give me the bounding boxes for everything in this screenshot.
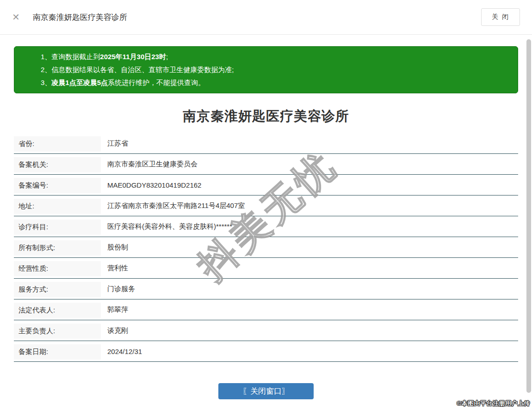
notice-line-1-text: 1、查询数据截止到 bbox=[41, 53, 100, 61]
table-row: 服务方式: 门诊服务 bbox=[14, 279, 518, 299]
row-label-service-mode: 服务方式: bbox=[14, 279, 101, 299]
row-label-treatment-subjects: 诊疗科目: bbox=[14, 216, 101, 237]
row-value-service-mode: 门诊服务 bbox=[101, 279, 518, 299]
header-close-button[interactable]: 关 闭 bbox=[481, 8, 520, 26]
row-label-main-responsible-person: 主要负责人: bbox=[14, 320, 101, 341]
notice-line-2: 2、信息数据结果以各省、自治区、直辖市卫生健康委数据为准; bbox=[41, 63, 508, 76]
table-row: 法定代表人: 郭翠萍 bbox=[14, 299, 518, 320]
clinic-title: 南京秦淮妍匙医疗美容诊所 bbox=[0, 107, 532, 126]
vertical-scrollbar[interactable] bbox=[526, 39, 531, 393]
notice-box: 1、查询数据截止到2025年11月30日23时; 2、信息数据结果以各省、自治区… bbox=[14, 46, 518, 93]
row-label-province: 省份: bbox=[14, 133, 101, 153]
notice-line-2-text: 2、信息数据结果以各省、自治区、直辖市卫生健康委数据为准; bbox=[41, 66, 234, 73]
row-label-legal-representative: 法定代表人: bbox=[14, 299, 101, 320]
row-value-filing-authority: 南京市秦淮区卫生健康委员会 bbox=[101, 154, 518, 174]
table-row: 备案编号: MAE0DGDY832010419D2162 bbox=[14, 175, 518, 195]
notice-line-1-tail: ; bbox=[166, 53, 168, 61]
row-label-filing-date: 备案日期: bbox=[14, 341, 101, 361]
footer-bar: 〖关闭窗口〗 bbox=[0, 383, 532, 399]
window-title: 南京秦淮妍匙医疗美容诊所 bbox=[33, 12, 127, 23]
row-value-address: 江苏省南京市秦淮区太平南路211号4层407室 bbox=[101, 195, 518, 216]
row-value-province: 江苏省 bbox=[101, 133, 518, 153]
row-label-ownership-form: 所有制形式: bbox=[14, 237, 101, 257]
table-row: 备案机关: 南京市秦淮区卫生健康委员会 bbox=[14, 154, 518, 175]
row-label-filing-authority: 备案机关: bbox=[14, 154, 101, 174]
table-row: 经营性质: 营利性 bbox=[14, 258, 518, 279]
row-value-filing-number: MAE0DGDY832010419D2162 bbox=[101, 175, 518, 195]
notice-line-3-bold: 凌晨1点至凌晨5点 bbox=[51, 79, 108, 86]
table-row: 主要负责人: 谈克刚 bbox=[14, 320, 518, 341]
row-value-main-responsible-person: 谈克刚 bbox=[101, 320, 518, 341]
row-label-address: 地址: bbox=[14, 195, 101, 216]
notice-line-1: 1、查询数据截止到2025年11月30日23时; bbox=[41, 50, 508, 63]
window-header: ✕ 南京秦淮妍匙医疗美容诊所 关 闭 bbox=[0, 0, 532, 35]
notice-line-3: 3、凌晨1点至凌晨5点系统进行维护，不能提供查询。 bbox=[41, 76, 508, 89]
row-value-treatment-subjects: 医疗美容科(美容外科、美容皮肤科)****** bbox=[101, 216, 518, 237]
row-label-filing-number: 备案编号: bbox=[14, 175, 101, 195]
table-row: 备案日期: 2024/12/31 bbox=[14, 341, 518, 362]
close-window-button[interactable]: 〖关闭窗口〗 bbox=[218, 383, 314, 399]
row-value-legal-representative: 郭翠萍 bbox=[101, 299, 518, 320]
notice-line-3-text: 3、 bbox=[41, 79, 51, 86]
notice-line-1-bold: 2025年11月30日23时 bbox=[100, 53, 166, 61]
row-value-ownership-form: 股份制 bbox=[101, 237, 518, 257]
notice-line-3-tail: 系统进行维护，不能提供查询。 bbox=[108, 79, 205, 86]
table-row: 所有制形式: 股份制 bbox=[14, 237, 518, 258]
upload-credit-watermark: ©本图由平台注册用户上传 bbox=[457, 399, 530, 408]
detail-table: 省份: 江苏省 备案机关: 南京市秦淮区卫生健康委员会 备案编号: MAE0DG… bbox=[14, 133, 518, 362]
table-row: 省份: 江苏省 bbox=[14, 133, 518, 154]
table-row: 地址: 江苏省南京市秦淮区太平南路211号4层407室 bbox=[14, 195, 518, 216]
table-row: 诊疗科目: 医疗美容科(美容外科、美容皮肤科)****** bbox=[14, 216, 518, 237]
row-label-business-nature: 经营性质: bbox=[14, 258, 101, 278]
close-x-icon[interactable]: ✕ bbox=[12, 12, 20, 22]
row-value-business-nature: 营利性 bbox=[101, 258, 518, 278]
row-value-filing-date: 2024/12/31 bbox=[101, 341, 518, 361]
